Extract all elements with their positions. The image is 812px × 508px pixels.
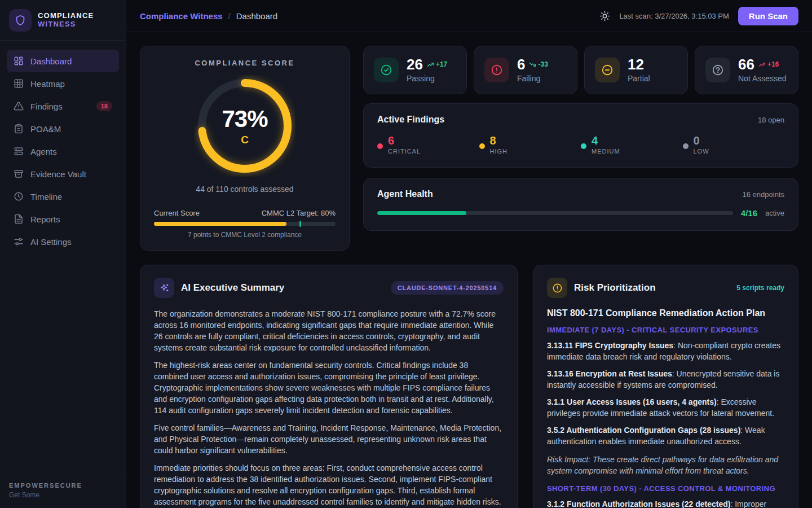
sidebar-item-findings[interactable]: Findings 18 (7, 95, 119, 117)
summary-paragraph: Immediate priorities should focus on thr… (154, 462, 504, 508)
alert-circle-icon (484, 58, 509, 82)
sliders-icon (14, 237, 24, 247)
severity-label: MEDIUM (592, 148, 620, 155)
risk-title: Risk Prioritization (574, 282, 730, 294)
stat-trend: -33 (529, 60, 548, 68)
agents-active-ratio: 4/16 (741, 208, 757, 218)
sidebar: COMPLIANCE WITNESS Dashboard Heatmap Fin… (0, 0, 126, 508)
sidebar-item-timeline[interactable]: Timeline (7, 185, 119, 208)
sidebar-item-label: Evidence Vault (30, 169, 112, 179)
theme-toggle-sun-icon[interactable] (599, 11, 610, 21)
active-findings-title: Active Findings (377, 115, 444, 125)
risk-item: 3.1.2 Function Authorization Issues (22 … (547, 498, 784, 508)
shield-logo-icon (9, 9, 32, 32)
org-name: EMPOWERSECURE (9, 482, 117, 489)
stat-label: Not Assessed (738, 74, 787, 83)
summary-paragraph: Five control families—Awareness and Trai… (154, 422, 504, 456)
stat-card-failing: 6 -33 Failing (474, 46, 577, 94)
compliance-score-card: COMPLIANCE SCORE 73% C 44 of 110 control… (140, 46, 350, 251)
summary-paragraph: The organization demonstrates a moderate… (154, 308, 504, 353)
score-gap-note: 7 points to CMMC Level 2 compliance (154, 231, 336, 239)
dashboard-icon (14, 56, 24, 66)
sidebar-item-label: Findings (30, 102, 90, 111)
scripts-ready-label: 5 scripts ready (736, 284, 784, 292)
summary-paragraph: The highest-risk areas center on fundame… (154, 360, 504, 416)
help-circle-icon (705, 58, 730, 82)
sparkles-icon (154, 278, 174, 298)
trend-down-icon (529, 61, 536, 68)
alert-triangle-icon (14, 101, 24, 111)
severity-critical: 6 CRITICAL (377, 135, 479, 155)
severity-label: CRITICAL (388, 148, 421, 155)
open-findings-count: 18 open (758, 116, 784, 124)
agents-active-label: active (765, 209, 784, 217)
severity-dot (683, 143, 689, 149)
sidebar-item-ai-settings[interactable]: AI Settings (7, 230, 119, 253)
sidebar-item-label: POA&M (30, 124, 112, 134)
ai-executive-summary-card: AI Executive Summary CLAUDE-SONNET-4-202… (140, 265, 518, 508)
stat-value: 12 (628, 57, 644, 72)
minus-circle-icon (595, 58, 620, 82)
severity-low: 0 LOW (683, 135, 785, 155)
sidebar-item-heatmap[interactable]: Heatmap (7, 72, 119, 95)
sidebar-item-evidence-vault[interactable]: Evidence Vault (7, 163, 119, 185)
stat-label: Passing (407, 74, 447, 83)
clock-icon (14, 191, 24, 202)
sidebar-footer: EMPOWERSECURE Get Some (0, 475, 126, 508)
stat-card-partial: 12 Partial (584, 46, 688, 94)
sidebar-item-label: Agents (30, 147, 112, 156)
agent-progress-fill (377, 211, 466, 215)
stat-label: Failing (517, 74, 548, 83)
grid-icon (14, 78, 24, 89)
active-findings-card: Active Findings 18 open 6 CRITICAL (363, 103, 798, 168)
archive-icon (14, 169, 24, 179)
score-card-title: COMPLIANCE SCORE (195, 59, 294, 67)
stat-value: 66 (738, 57, 754, 72)
alert-circle-icon (547, 278, 567, 298)
agent-health-title: Agent Health (377, 189, 433, 199)
sidebar-item-label: Timeline (30, 192, 112, 202)
breadcrumb-root[interactable]: Compliance Witness (140, 11, 223, 21)
severity-dot (377, 143, 383, 149)
breadcrumb-current: Dashboard (236, 11, 277, 21)
risk-impact-note: Risk Impact: These create direct pathway… (547, 454, 784, 476)
endpoints-count: 16 endpoints (743, 190, 784, 199)
breadcrumb-separator: / (228, 11, 231, 21)
stat-value: 6 (517, 57, 525, 72)
severity-label: HIGH (490, 148, 508, 155)
sidebar-item-label: Reports (30, 214, 112, 224)
app-logo: COMPLIANCE WITNESS (0, 0, 126, 41)
severity-medium: 4 MEDIUM (581, 135, 683, 155)
stat-label: Partial (628, 74, 650, 83)
severity-count: 4 (592, 135, 620, 147)
sidebar-item-label: AI Settings (30, 237, 112, 247)
stat-card-passing: 26 +17 Passing (363, 46, 467, 94)
trend-up-icon (758, 61, 766, 68)
clipboard-icon (14, 124, 24, 134)
stat-trend: +17 (427, 60, 447, 68)
score-grade: C (241, 134, 249, 146)
trend-up-icon (427, 61, 434, 68)
severity-dot (479, 143, 485, 149)
top-bar: Compliance Witness / Dashboard Last scan… (126, 0, 812, 32)
run-scan-button[interactable]: Run Scan (738, 7, 798, 25)
severity-label: LOW (694, 148, 709, 155)
sidebar-item-label: Heatmap (30, 79, 112, 89)
file-text-icon (14, 214, 24, 224)
score-gauge: 73% C (194, 75, 295, 177)
remediation-plan-title: NIST 800-171 Compliance Remediation Acti… (547, 308, 784, 318)
severity-dot (581, 143, 586, 149)
sidebar-item-label: Dashboard (30, 56, 112, 66)
score-target-tick (299, 221, 301, 227)
severity-count: 0 (694, 135, 709, 147)
sidebar-item-agents[interactable]: Agents (7, 140, 119, 163)
sidebar-item-dashboard[interactable]: Dashboard (7, 50, 119, 72)
server-icon (14, 146, 24, 156)
score-progress-bar (154, 222, 336, 226)
last-scan-timestamp: Last scan: 3/27/2026, 3:15:03 PM (619, 12, 729, 20)
sidebar-item-reports[interactable]: Reports (7, 208, 119, 230)
sidebar-item-poam[interactable]: POA&M (7, 117, 119, 140)
risk-prioritization-card: Risk Prioritization 5 scripts ready NIST… (533, 265, 798, 508)
check-circle-icon (374, 58, 399, 82)
agent-health-card: Agent Health 16 endpoints 4/16 active (363, 178, 798, 231)
